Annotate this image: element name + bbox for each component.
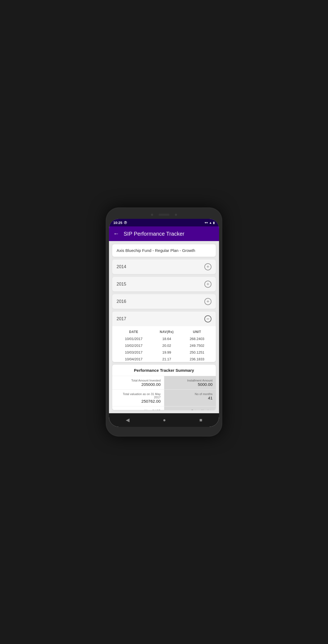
summary-row-3: Weg. CAGR 12.00 Return Absolute 22.32	[112, 406, 216, 410]
cagr-label: Weg. CAGR	[144, 409, 160, 410]
cell-nav-1: 20.02	[152, 342, 181, 349]
content-area: Axis Bluechip Fund - Regular Plan - Grow…	[109, 241, 219, 413]
year-label-2017: 2017	[117, 316, 126, 321]
col-date: DATE	[115, 328, 152, 335]
installment-label: Installment Amount	[187, 379, 213, 382]
total-invested-cell: Total Amount Invested 205000.00	[112, 376, 164, 389]
valuation-label: Total valuation as on 31 May 2017	[115, 392, 161, 399]
summary-card: Performance Tracker Summary Total Amount…	[112, 365, 216, 410]
year-row-2015[interactable]: 2015 +	[112, 277, 216, 291]
fund-name: Axis Bluechip Fund - Regular Plan - Grow…	[117, 248, 195, 253]
nav-table: DATE NAV(Rs) UNIT 10/01/2017 18.64 268.2…	[115, 328, 213, 362]
months-cell: No of months 41	[164, 390, 216, 406]
cell-date-1: 10/02/2017	[115, 342, 152, 349]
months-label: No of months	[195, 392, 213, 396]
nav-home-button[interactable]: ●	[163, 417, 166, 423]
nav-bar: ◀ ● ■	[109, 413, 219, 427]
back-button[interactable]: ←	[113, 230, 119, 237]
table-row: 10/02/2017 20.02 249.7502	[115, 342, 213, 349]
battery-icon: ▮	[213, 221, 215, 225]
total-invested-label: Total Amount Invested	[131, 379, 160, 382]
camera-dot	[151, 214, 153, 216]
cell-date-3: 10/04/2017	[115, 356, 152, 362]
table-area-2017: DATE NAV(Rs) UNIT 10/01/2017 18.64 268.2…	[112, 326, 216, 362]
status-time: 10:25 ⓟ	[113, 221, 127, 225]
installment-cell: Installment Amount 5000.00	[164, 376, 216, 389]
app-top-bar: ← SIP Performance Tracker	[109, 226, 219, 241]
phone-shell: 10:25 ⓟ ▾▾ ▲ ▮ ← SIP Performance Tracker…	[106, 207, 222, 437]
p-icon: ⓟ	[124, 221, 127, 225]
cell-unit-2: 250.1251	[181, 349, 213, 356]
signal-icon: ▲	[209, 221, 212, 224]
cell-unit-0: 268.2403	[181, 335, 213, 342]
summary-row-2: Total valuation as on 31 May 2017 250762…	[112, 390, 216, 406]
year-label-2016: 2016	[117, 299, 126, 304]
cell-nav-0: 18.64	[152, 335, 181, 342]
table-row: 10/01/2017 18.64 268.2403	[115, 335, 213, 342]
phone-screen: 10:25 ⓟ ▾▾ ▲ ▮ ← SIP Performance Tracker…	[109, 219, 219, 427]
status-icons: ▾▾ ▲ ▮	[205, 221, 215, 225]
installment-value: 5000.00	[198, 382, 213, 387]
expand-icon-2015[interactable]: +	[204, 281, 211, 288]
year-label-2015: 2015	[117, 282, 126, 287]
year-row-2016[interactable]: 2016 +	[112, 294, 216, 309]
bottom-area	[109, 427, 219, 433]
wifi-icon: ▾▾	[205, 221, 208, 225]
collapse-icon-2017[interactable]: −	[204, 315, 211, 322]
return-cell: Return Absolute 22.32	[164, 406, 216, 410]
cell-date-2: 10/03/2017	[115, 349, 152, 356]
camera-area	[109, 211, 219, 219]
cell-date-0: 10/01/2017	[115, 335, 152, 342]
cell-nav-2: 19.99	[152, 349, 181, 356]
cell-nav-3: 21.17	[152, 356, 181, 362]
cagr-cell: Weg. CAGR 12.00	[112, 406, 164, 410]
year-header-2017[interactable]: 2017 −	[112, 312, 216, 326]
summary-title: Performance Tracker Summary	[112, 365, 216, 376]
expand-icon-2014[interactable]: +	[204, 263, 211, 270]
col-unit: UNIT	[181, 328, 213, 335]
cell-unit-1: 249.7502	[181, 342, 213, 349]
year-row-2014[interactable]: 2014 +	[112, 259, 216, 274]
expand-icon-2016[interactable]: +	[204, 298, 211, 305]
speaker-grill	[159, 214, 169, 216]
year-expanded-2017: 2017 − DATE NAV(Rs) UNIT	[112, 312, 216, 362]
valuation-cell: Total valuation as on 31 May 2017 250762…	[112, 390, 164, 406]
valuation-value: 250762.00	[142, 399, 161, 403]
months-value: 41	[208, 396, 213, 400]
total-invested-value: 205000.00	[142, 382, 161, 387]
table-row: 10/04/2017 21.17 236.1833	[115, 356, 213, 362]
return-label: Return Absolute	[191, 409, 213, 410]
page-title: SIP Performance Tracker	[124, 231, 184, 237]
time-display: 10:25	[113, 221, 122, 225]
status-bar: 10:25 ⓟ ▾▾ ▲ ▮	[109, 219, 219, 226]
col-nav: NAV(Rs)	[152, 328, 181, 335]
nav-recent-button[interactable]: ■	[199, 417, 202, 423]
cell-unit-3: 236.1833	[181, 356, 213, 362]
nav-back-button[interactable]: ◀	[126, 417, 130, 423]
summary-row-1: Total Amount Invested 205000.00 Installm…	[112, 376, 216, 390]
table-row: 10/03/2017 19.99 250.1251	[115, 349, 213, 356]
fund-name-card: Axis Bluechip Fund - Regular Plan - Grow…	[112, 244, 216, 257]
year-label-2014: 2014	[117, 264, 126, 269]
status-light	[175, 214, 177, 216]
